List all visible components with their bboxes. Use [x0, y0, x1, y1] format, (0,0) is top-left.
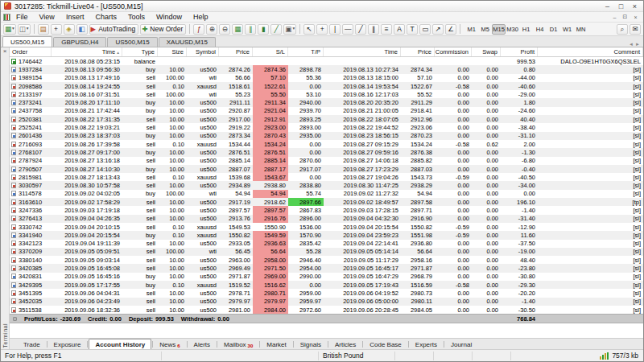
- table-row[interactable]: 23732412019.08.20 17:11:10buy10.00us5002…: [10, 98, 643, 106]
- menu-tools[interactable]: Tools: [122, 13, 151, 21]
- timeframe-m5-button[interactable]: M5: [478, 24, 492, 35]
- tab-scroll-right-icon[interactable]: ►: [635, 42, 640, 47]
- table-row[interactable]: 27160932019.08.26 17:39:58sell0.10xauusd…: [10, 140, 643, 148]
- column-header-symbol[interactable]: Symbol: [187, 47, 219, 56]
- timeframe-d1-button[interactable]: D1: [547, 24, 560, 35]
- tab-journal[interactable]: Journal: [445, 339, 477, 349]
- chat-button[interactable]: ✉: [630, 24, 641, 35]
- zoom-in-button[interactable]: ⊕: [206, 24, 217, 35]
- column-header-order[interactable]: Order: [10, 47, 52, 56]
- column-header-comment[interactable]: Comment: [538, 47, 643, 56]
- new-order-button[interactable]: ✚New Order: [140, 24, 186, 35]
- table-row[interactable]: 19891542019.08.13 17:49:16sell100.00wti5…: [10, 74, 643, 82]
- chart-tab-us500-m15[interactable]: US500,M15: [107, 37, 157, 47]
- objects-list-button[interactable]: ◈: [64, 24, 75, 35]
- tab-code-base[interactable]: Code Base: [364, 339, 407, 349]
- table-row[interactable]: 33419402019.09.04 20:15:54buy0.10xauusd1…: [10, 231, 643, 239]
- chart-shift-button[interactable]: ▤: [38, 24, 49, 35]
- table-row[interactable]: 17464422019.08.08 05:23:15balance999.53D…: [10, 57, 643, 65]
- table-row[interactable]: 32473362019.09.03 17:19:18sell10.00us500…: [10, 206, 643, 214]
- table-row[interactable]: 20985862019.08.14 19:24:55sell0.10xauusd…: [10, 82, 643, 90]
- autotrading-button[interactable]: ▶AutoTrading: [89, 24, 139, 35]
- table-row[interactable]: 33702092019.09.05 05:09:51sell100.00wti5…: [10, 248, 643, 256]
- column-header-swap[interactable]: Swap: [472, 47, 501, 56]
- table-row[interactable]: 33421232019.09.04 19:11:39sell10.00us500…: [10, 240, 643, 248]
- table-row[interactable]: 34520352019.09.06 04:23:49sell10.00us500…: [10, 298, 643, 306]
- chart-tab-us500-m15[interactable]: US500,M15: [2, 36, 52, 47]
- table-row[interactable]: 35115382019.09.06 18:32:36sell10.00us500…: [10, 306, 643, 314]
- chart-tab-xauusd-m15[interactable]: XAUUSD,M15: [159, 37, 216, 47]
- profiles-button[interactable]: ◫▾: [18, 24, 31, 35]
- tab-scroll-left-icon[interactable]: ◄: [629, 42, 634, 47]
- child-minimize-button[interactable]: –: [609, 13, 620, 21]
- table-row[interactable]: 24377582019.08.21 17:42:44buy10.00us5002…: [10, 107, 643, 115]
- text-label-button[interactable]: T: [407, 24, 418, 35]
- tile-windows-button[interactable]: ▦: [232, 24, 243, 35]
- menu-window[interactable]: Window: [151, 13, 188, 21]
- menu-view[interactable]: View: [34, 13, 60, 21]
- table-row[interactable]: 34293952019.09.05 17:17:55buy0.10xauusd1…: [10, 281, 643, 289]
- column-header-commission[interactable]: Commission: [435, 47, 472, 56]
- menu-help[interactable]: Help: [188, 13, 214, 21]
- table-row[interactable]: 28159812019.08.27 18:13:43sell0.10xauusd…: [10, 173, 643, 181]
- timeframe-m30-button[interactable]: M30: [506, 24, 519, 35]
- table-row[interactable]: 27905072019.08.27 14:10:30buy10.00us5002…: [10, 165, 643, 173]
- table-row[interactable]: 31145782019.09.02 04:02:05buy100.00wti54…: [10, 190, 643, 198]
- table-row[interactable]: 30305972019.08.30 10:57:58sell10.00us500…: [10, 181, 643, 189]
- timeframe-m15-button[interactable]: M15: [492, 24, 506, 35]
- table-row[interactable]: 32764132019.09.04 04:26:35sell10.00us500…: [10, 215, 643, 223]
- text-button[interactable]: A: [394, 24, 405, 35]
- column-header-open-price[interactable]: Price: [219, 47, 253, 56]
- table-row[interactable]: 34513952019.09.06 04:04:31sell10.00us500…: [10, 289, 643, 297]
- table-row[interactable]: 26014362019.08.23 18:37:03buy10.00us5002…: [10, 132, 643, 140]
- candlestick-button[interactable]: ▮: [258, 24, 269, 35]
- terminal-close-button[interactable]: ×: [3, 48, 7, 55]
- status-connection-cell[interactable]: 757/3 kb: [511, 352, 643, 360]
- child-close-button[interactable]: ×: [630, 13, 641, 21]
- table-row[interactable]: 31636102019.09.02 17:58:29sell10.00us500…: [10, 198, 643, 206]
- search-button[interactable]: ⌕: [617, 24, 628, 35]
- tab-signals[interactable]: Signals: [295, 339, 327, 349]
- chart-window-icon[interactable]: [3, 14, 10, 21]
- tab-news[interactable]: News6: [154, 339, 185, 349]
- timeframe-h1-button[interactable]: H1: [519, 24, 533, 35]
- child-restore-button[interactable]: ⊡: [620, 13, 630, 21]
- tab-trade[interactable]: Trade: [18, 339, 46, 349]
- trendline-button[interactable]: ╱: [355, 24, 366, 35]
- menu-charts[interactable]: Charts: [89, 13, 122, 21]
- table-row[interactable]: 34208312019.09.05 16:45:16buy10.00us5002…: [10, 273, 643, 281]
- table-row[interactable]: 34203852019.09.05 16:45:08sell10.00us500…: [10, 264, 643, 272]
- angle-button[interactable]: ∠: [445, 24, 456, 35]
- menu-insert[interactable]: Insert: [60, 13, 90, 21]
- new-chart-button[interactable]: ▦▾: [3, 24, 16, 35]
- column-header-profit[interactable]: Profit: [501, 47, 538, 56]
- timeframe-h4-button[interactable]: H4: [533, 24, 547, 35]
- column-header-size[interactable]: Size: [158, 47, 187, 56]
- chart-type-button[interactable]: ▣▾: [283, 24, 296, 35]
- chart-tab-gbpusd-h4[interactable]: GBPUSD,H4: [53, 37, 106, 47]
- table-row[interactable]: 25252412019.08.22 19:03:21sell10.00us500…: [10, 123, 643, 131]
- zoom-out-button[interactable]: ⊖: [219, 24, 230, 35]
- menu-file[interactable]: File: [10, 13, 34, 21]
- table-row[interactable]: 33801402019.09.05 09:03:14sell10.00us500…: [10, 256, 643, 264]
- horizontal-line-button[interactable]: —: [342, 24, 353, 35]
- tab-account-history[interactable]: Account History: [89, 339, 151, 349]
- channel-button[interactable]: ∥: [368, 24, 379, 35]
- crosshair-tool-button[interactable]: +: [316, 24, 328, 35]
- column-header-sl[interactable]: S/L: [253, 47, 288, 56]
- column-header-close-time[interactable]: Time: [324, 47, 401, 56]
- minimize-button[interactable]: –: [601, 2, 614, 11]
- data-window-button[interactable]: ◧: [76, 24, 88, 35]
- column-header-open-time[interactable]: Time▴: [52, 47, 122, 56]
- table-row[interactable]: 27879242019.08.27 13:16:18sell10.00us500…: [10, 157, 643, 165]
- column-header-type[interactable]: Type: [122, 47, 158, 56]
- table-row[interactable]: 21331972019.08.16 07:31:51sell100.00wti5…: [10, 90, 643, 98]
- line-chart-button[interactable]: ╱: [270, 24, 282, 35]
- tab-mailbox[interactable]: Mailbox30: [218, 339, 258, 349]
- vertical-line-button[interactable]: |: [329, 24, 341, 35]
- table-row[interactable]: 25203812019.08.22 17:31:35sell10.00us500…: [10, 115, 643, 123]
- timeframe-m1-button[interactable]: M1: [464, 24, 478, 35]
- tab-market[interactable]: Market: [261, 339, 291, 349]
- timeframe-mn-button[interactable]: MN: [574, 24, 588, 35]
- tab-experts[interactable]: Experts: [410, 339, 443, 349]
